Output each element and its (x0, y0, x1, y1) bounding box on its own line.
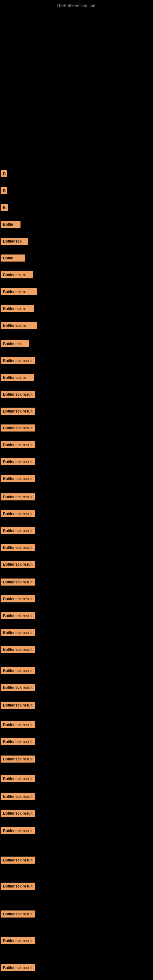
bottleneck-result-badge: Bottleneck (1, 238, 28, 245)
bottleneck-result-badge: B (1, 187, 7, 194)
bottleneck-result-badge: Bottleneck result (1, 646, 35, 653)
bottleneck-result-badge: Bottleneck result (1, 510, 35, 517)
bottleneck-result-badge: Bottleneck re (1, 271, 33, 278)
bottleneck-result-badge: Bottleneck result (1, 407, 35, 415)
result-row: Bottleneck result (1, 595, 35, 604)
result-row: Bottleneck re (1, 322, 37, 331)
bottleneck-result-badge: Bottleneck result (1, 527, 35, 534)
result-row: Bottleneck result (1, 527, 35, 536)
result-row: Bottleneck result (1, 702, 35, 711)
bottleneck-result-badge: Bottleneck result (1, 827, 35, 834)
bottleneck-result-badge: B (1, 204, 8, 211)
bottleneck-result-badge: Bottleneck result (1, 357, 35, 364)
bottleneck-result-badge: Bottleneck result (1, 883, 35, 890)
bottleneck-result-badge: Bottleneck result (1, 561, 35, 568)
bottleneck-result-badge: Bottleneck result (1, 738, 35, 745)
result-row: Bottle (1, 255, 25, 263)
result-row: Bottleneck result (1, 391, 35, 400)
result-row: Bottleneck result (1, 441, 35, 450)
result-row: Bottleneck result (1, 810, 35, 819)
bottleneck-result-badge: Bottleneck result (1, 910, 35, 918)
result-row: Bottleneck result (1, 646, 35, 655)
bottleneck-result-badge: Bottleneck result (1, 629, 35, 636)
bottleneck-result-badge: Bottleneck result (1, 684, 35, 691)
result-row: Bottleneck result (1, 425, 35, 433)
result-row: Bottleneck result (1, 793, 35, 802)
result-row: Bottleneck re (1, 305, 33, 314)
result-row: Bottleneck result (1, 883, 35, 891)
result-row: Bottleneck result (1, 510, 35, 519)
bottleneck-result-badge: Bottleneck re (1, 374, 34, 381)
bottleneck-result-badge: Bottleneck result (1, 441, 35, 449)
result-row: Bottleneck result (1, 910, 35, 920)
result-row: Bottleneck re (1, 271, 33, 280)
bottleneck-result-badge: Bottleneck result (1, 458, 35, 465)
result-row: Bottleneck result (1, 964, 35, 973)
result-row: Bottleneck result (1, 612, 35, 621)
result-row: Bottleneck result (1, 629, 35, 638)
bottleneck-result-badge: Bottleneck result (1, 964, 35, 971)
site-title: TheBottlenecker.com (0, 0, 153, 10)
result-row: Bottleneck (1, 238, 28, 247)
result-row: Bottleneck re (1, 288, 37, 297)
result-row: Bottleneck result (1, 756, 35, 764)
result-row: Bottleneck result (1, 937, 35, 946)
result-row: B (1, 204, 8, 213)
bottleneck-result-badge: Bottleneck result (1, 391, 35, 398)
bottleneck-result-badge: Bottleneck result (1, 810, 35, 817)
bottleneck-result-badge: Bottleneck (1, 340, 29, 347)
result-row: Bottleneck result (1, 775, 35, 784)
bottleneck-result-badge: Bottleneck result (1, 425, 35, 431)
bottleneck-result-badge: Bottleneck result (1, 775, 35, 782)
bottleneck-result-badge: Bottleneck result (1, 612, 35, 619)
result-row: Bottleneck result (1, 357, 35, 366)
bottleneck-result-badge: Bottleneck re (1, 322, 37, 329)
result-row: Bottleneck result (1, 493, 35, 502)
result-row: B (1, 170, 7, 179)
bottleneck-result-badge: Bottle (1, 221, 21, 228)
bottleneck-result-badge: Bottleneck result (1, 579, 35, 585)
bottleneck-result-badge: Bottleneck result (1, 595, 35, 602)
result-row: Bottleneck result (1, 407, 35, 417)
bottleneck-result-badge: Bottleneck result (1, 475, 35, 482)
result-row: Bottleneck (1, 340, 29, 349)
bottleneck-result-badge: Bottleneck result (1, 544, 35, 551)
bottleneck-result-badge: B (1, 170, 7, 177)
result-row: Bottleneck result (1, 544, 35, 553)
bottleneck-result-badge: Bottleneck result (1, 721, 35, 728)
result-row: Bottleneck result (1, 561, 35, 570)
bottleneck-result-badge: Bottleneck re (1, 288, 37, 295)
bottleneck-result-badge: Bottleneck result (1, 667, 35, 674)
result-row: Bottleneck result (1, 684, 35, 693)
bottleneck-result-badge: Bottleneck re (1, 305, 33, 312)
bottleneck-result-badge: Bottleneck result (1, 857, 35, 864)
result-row: Bottle (1, 221, 21, 230)
bottleneck-result-badge: Bottleneck result (1, 702, 35, 709)
result-row: Bottleneck result (1, 738, 35, 747)
result-row: Bottleneck result (1, 857, 35, 865)
result-row: Bottleneck result (1, 827, 35, 836)
bottleneck-result-badge: Bottleneck result (1, 756, 35, 762)
result-row: Bottleneck re (1, 374, 34, 383)
result-row: Bottleneck result (1, 721, 35, 730)
result-row: B (1, 187, 7, 196)
result-row: Bottleneck result (1, 579, 35, 587)
result-row: Bottleneck result (1, 458, 35, 467)
bottleneck-result-badge: Bottleneck result (1, 493, 35, 500)
result-row: Bottleneck result (1, 667, 35, 676)
bottleneck-result-badge: Bottleneck result (1, 937, 35, 944)
result-row: Bottleneck result (1, 475, 35, 484)
bottleneck-result-badge: Bottle (1, 255, 25, 261)
bottleneck-result-badge: Bottleneck result (1, 793, 35, 800)
